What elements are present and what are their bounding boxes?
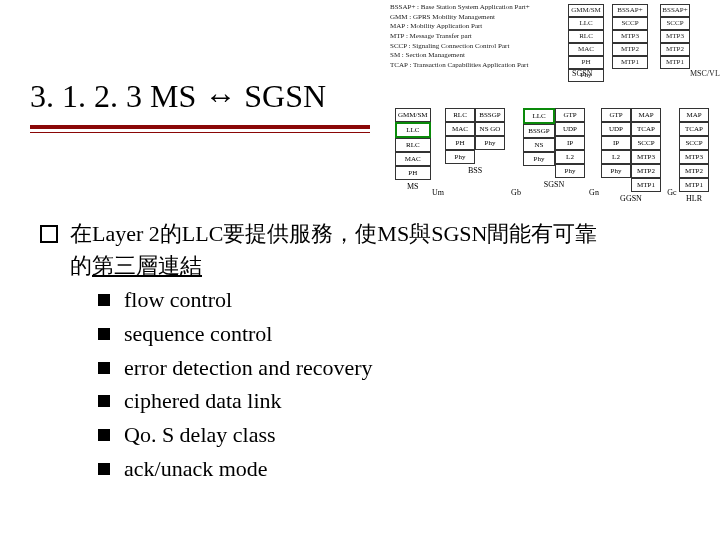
abbrev-line: GMM : GPRS Mobility Management <box>390 14 560 22</box>
stack-cell: UDP <box>601 122 631 136</box>
abbrev-line: SCCP : Signaling Connection Control Part <box>390 43 560 51</box>
stack-cell: NS <box>523 138 555 152</box>
protocol-node: LLCBSSGPNSPhyGTPUDPIPL2Phy <box>523 108 585 178</box>
solid-square-icon <box>98 395 110 407</box>
protocol-node: MAPTCAPSCCPMTP3MTP2MTP1 <box>679 108 709 192</box>
stack-cell: IP <box>601 136 631 150</box>
stack-cell: SCCP <box>660 17 690 30</box>
protocol-column: MAPTCAPSCCPMTP3MTP2MTP1HLR <box>679 108 709 203</box>
node-label-sgsn: SGSN <box>572 70 592 79</box>
sub-bullet-text: ack/unack mode <box>124 453 268 485</box>
stack-cell: SCCP <box>679 136 709 150</box>
stack-cell: Phy <box>523 152 555 166</box>
stack-cell: MTP1 <box>631 178 661 192</box>
node-label: MS <box>395 182 431 191</box>
node-label: GGSN <box>601 194 661 203</box>
solid-square-icon <box>98 328 110 340</box>
sub-bullet-0: flow control <box>98 284 670 316</box>
protocol-node: GMM/SMLLCRLCMACPH <box>395 108 431 180</box>
stack-cell: LLC <box>523 108 555 124</box>
node-label: HLR <box>679 194 709 203</box>
stack-cell: MTP2 <box>612 43 648 56</box>
stack-cell: Phy <box>555 164 585 178</box>
stack-cell: GTP <box>601 108 631 122</box>
stack-cell: TCAP <box>631 122 661 136</box>
stack-cell: MTP3 <box>631 150 661 164</box>
stack-cell: MTP3 <box>679 150 709 164</box>
sub-bullet-1: sequence control <box>98 318 670 350</box>
body: 在Layer 2的LLC要提供服務，使MS與SGSN間能有可靠 的第三層連結 f… <box>40 218 670 487</box>
bullet-1-line1: 在Layer 2的LLC要提供服務，使MS與SGSN間能有可靠 <box>70 221 597 246</box>
protocol-node: GTPUDPIPL2PhyMAPTCAPSCCPMTP3MTP2MTP1 <box>601 108 661 192</box>
bullet-1-line2-ul: 第三層連結 <box>92 253 202 278</box>
stack-cell: BSSGP <box>475 108 505 122</box>
stack-cell: MTP2 <box>660 43 690 56</box>
sub-bullet-3: ciphered data link <box>98 385 670 417</box>
stack-cell: LLC <box>395 122 431 138</box>
stack-cell: Phy <box>445 150 475 164</box>
interface-label: Um <box>431 188 445 197</box>
protocol-column: GTPUDPIPL2PhyMAPTCAPSCCPMTP3MTP2MTP1GGSN <box>601 108 661 203</box>
stack-cell: MAC <box>445 122 475 136</box>
sub-bullet-text: sequence control <box>124 318 272 350</box>
abbrev-line: TCAP : Transaction Capabilities Applicat… <box>390 62 560 70</box>
sub-bullet-4: Qo. S delay class <box>98 419 670 451</box>
stack-cell: LLC <box>568 17 604 30</box>
node-label: SGSN <box>523 180 585 189</box>
solid-square-icon <box>98 362 110 374</box>
stack-cell: MTP1 <box>660 56 690 69</box>
stack-cell: BSSGP <box>523 124 555 138</box>
stack-cell: GMM/SM <box>395 108 431 122</box>
stack-cell: MTP3 <box>612 30 648 43</box>
stack-sgsn-right: BSSAP+SCCPMTP3MTP2MTP1 <box>612 4 648 69</box>
interface-label: Gc <box>665 188 679 197</box>
stack-cell: MTP1 <box>612 56 648 69</box>
stack-cell: SCCP <box>631 136 661 150</box>
sub-bullet-5: ack/unack mode <box>98 453 670 485</box>
bullet-1-text: 在Layer 2的LLC要提供服務，使MS與SGSN間能有可靠 的第三層連結 <box>70 218 670 282</box>
stack-cell: RLC <box>395 138 431 152</box>
stack-cell: MAC <box>568 43 604 56</box>
stack-cell: PH <box>395 166 431 180</box>
abbrev-line: MAP : Mobility Application Part <box>390 23 560 31</box>
hollow-square-icon <box>40 225 58 243</box>
stack-cell: MAP <box>631 108 661 122</box>
abbrev-line: MTP : Message Transfer part <box>390 33 560 41</box>
stack-cell: PH <box>445 136 475 150</box>
rule-thin <box>30 132 370 133</box>
stack-cell: RLC <box>445 108 475 122</box>
abbrev-line: BSSAP+ : Base Station System Application… <box>390 4 560 12</box>
stack-cell: RLC <box>568 30 604 43</box>
protocol-column: GMM/SMLLCRLCMACPHMS <box>395 108 431 191</box>
sub-bullet-2: error detection and recovery <box>98 352 670 384</box>
solid-square-icon <box>98 294 110 306</box>
node-label: BSS <box>445 166 505 175</box>
stack-cell: GTP <box>555 108 585 122</box>
slide-title: 3. 1. 2. 3 MS ↔ SGSN <box>30 78 390 115</box>
stack-cell: MAP <box>679 108 709 122</box>
title-block: 3. 1. 2. 3 MS ↔ SGSN <box>30 78 390 133</box>
stack-cell: Phy <box>475 136 505 150</box>
slide: 3. 1. 2. 3 MS ↔ SGSN BSSAP+ : Base Stati… <box>0 0 720 540</box>
stack-cell: MTP1 <box>679 178 709 192</box>
protocol-column: LLCBSSGPNSPhyGTPUDPIPL2PhySGSN <box>523 108 585 189</box>
stack-cell: BSSAP+ <box>660 4 690 17</box>
stack-cell: Phy <box>601 164 631 178</box>
node-label-mscvlr: MSC/VLR <box>690 70 720 79</box>
stack-mscvlr: BSSAP+SCCPMTP3MTP2MTP1 <box>660 4 690 69</box>
bullet-1: 在Layer 2的LLC要提供服務，使MS與SGSN間能有可靠 的第三層連結 <box>40 218 670 282</box>
rule-thick <box>30 125 370 129</box>
abbrev-line: SM : Section Management <box>390 52 560 60</box>
sub-bullet-text: error detection and recovery <box>124 352 373 384</box>
bullet-1-line2-pre: 的 <box>70 253 92 278</box>
solid-square-icon <box>98 429 110 441</box>
stack-cell: GMM/SM <box>568 4 604 17</box>
stack-cell: SCCP <box>612 17 648 30</box>
stack-cell: MTP2 <box>679 164 709 178</box>
stack-cell: MTP3 <box>660 30 690 43</box>
abbrev-list: BSSAP+ : Base Station System Application… <box>390 4 560 72</box>
stack-cell: L2 <box>601 150 631 164</box>
protocol-column: RLCMACPHPhyBSSGPNS GOPhyBSS <box>445 108 505 175</box>
interface-label: Gb <box>509 188 523 197</box>
sub-bullet-list: flow controlsequence controlerror detect… <box>98 284 670 485</box>
